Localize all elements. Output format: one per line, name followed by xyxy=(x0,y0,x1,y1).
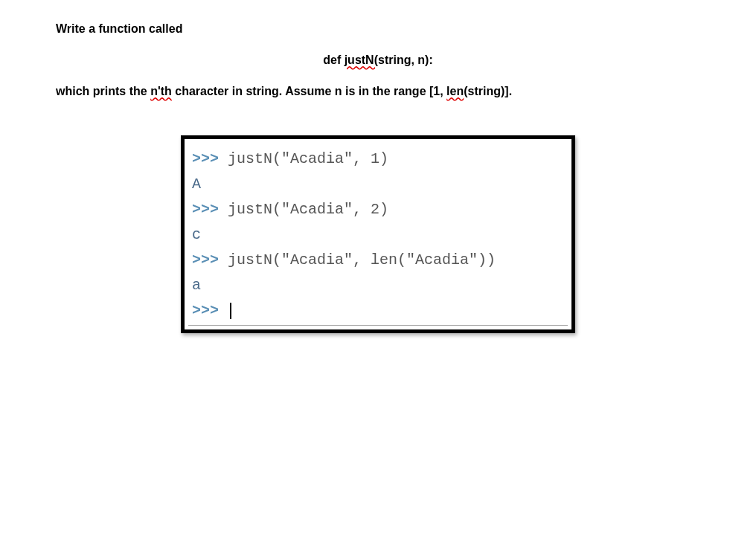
console-line: >>> justN("Acadia", 2) xyxy=(192,197,564,222)
console-window: >>> justN("Acadia", 1) A >>> justN("Acad… xyxy=(181,135,575,333)
console-output: c xyxy=(192,222,564,248)
console-line: >>> justN("Acadia", len("Acadia")) xyxy=(192,248,564,273)
console-content: >>> justN("Acadia", 1) A >>> justN("Acad… xyxy=(192,147,564,326)
def-pre: def xyxy=(323,54,344,66)
console-divider xyxy=(188,325,568,326)
def-post: string, n): xyxy=(378,54,433,66)
prompt-icon: >>> xyxy=(192,201,228,218)
def-wavy: justN( xyxy=(345,54,378,66)
desc-pre: which prints the xyxy=(56,85,150,97)
cursor-icon xyxy=(230,303,231,319)
console-output: a xyxy=(192,273,564,298)
console-output: A xyxy=(192,172,564,197)
console-input: justN("Acadia", 2) xyxy=(228,201,388,218)
console-input: justN("Acadia", len("Acadia")) xyxy=(228,251,496,268)
prompt-icon: >>> xyxy=(192,302,228,319)
prompt-icon: >>> xyxy=(192,150,228,167)
desc-wavy1: n'th xyxy=(150,85,172,97)
console-line: >>> justN("Acadia", 1) xyxy=(192,147,564,172)
desc-post: (string)]. xyxy=(464,85,512,97)
console-line: >>> xyxy=(192,298,564,324)
desc-wavy2: len xyxy=(446,85,464,97)
function-signature: def justN(string, n): xyxy=(56,54,700,67)
desc-mid: character in string. Assume n is in the … xyxy=(172,85,446,97)
console-input: justN("Acadia", 1) xyxy=(228,150,388,167)
description-text: which prints the n'th character in strin… xyxy=(56,85,700,98)
intro-text: Write a function called xyxy=(56,22,700,36)
prompt-icon: >>> xyxy=(192,251,228,268)
